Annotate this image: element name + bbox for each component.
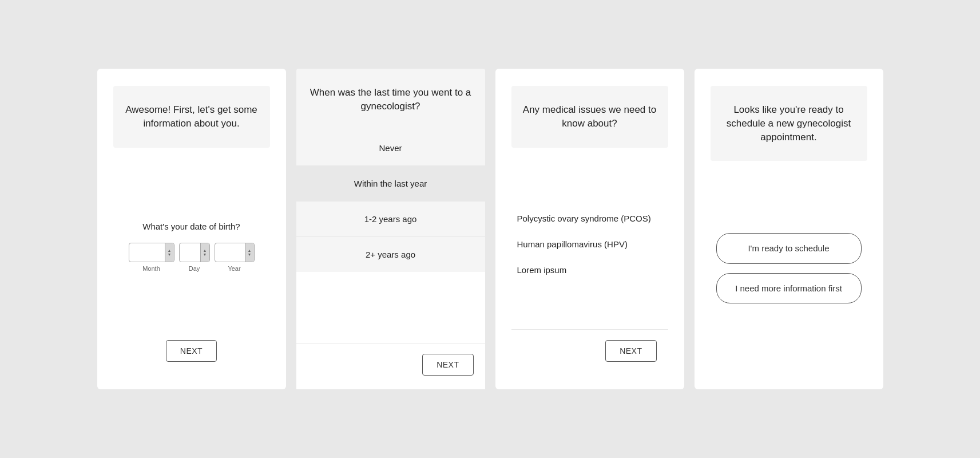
dob-section: What's your date of birth? ▲ ▼ Month bbox=[113, 159, 270, 334]
card-2-footer: NEXT bbox=[296, 343, 485, 389]
card-4-header-section: Looks like you're ready to schedule a ne… bbox=[711, 86, 867, 161]
dob-day-field: ▲ ▼ Day bbox=[179, 243, 210, 272]
card-3-next-button[interactable]: NEXT bbox=[605, 340, 656, 362]
card-1-header-section: Awesome! First, let's get some informati… bbox=[113, 86, 270, 148]
option-never[interactable]: Never bbox=[296, 131, 485, 166]
card-2-title: When was the last time you went to a gyn… bbox=[308, 86, 474, 113]
need-more-info-button[interactable]: I need more information first bbox=[716, 273, 862, 304]
card-3-footer: NEXT bbox=[511, 329, 668, 376]
dob-year-spinner[interactable]: ▲ ▼ bbox=[245, 243, 254, 262]
dob-label: What's your date of birth? bbox=[142, 222, 240, 231]
dob-day-input[interactable] bbox=[180, 244, 200, 260]
card-2-next-button[interactable]: NEXT bbox=[422, 354, 473, 376]
issue-pcos-label: Polycystic ovary syndrome (PCOS) bbox=[517, 214, 651, 223]
option-1-2-years[interactable]: 1-2 years ago bbox=[296, 202, 485, 237]
ready-to-schedule-button[interactable]: I'm ready to schedule bbox=[716, 233, 862, 264]
issues-list: Polycystic ovary syndrome (PCOS) Human p… bbox=[511, 159, 668, 329]
dob-year-field: ▲ ▼ Year bbox=[215, 243, 255, 272]
cards-container: Awesome! First, let's get some informati… bbox=[63, 46, 918, 412]
dob-year-label: Year bbox=[228, 265, 240, 272]
dob-month-input[interactable] bbox=[129, 244, 165, 260]
issue-hpv[interactable]: Human papillomavirus (HPV) bbox=[517, 239, 662, 249]
dob-year-wrap: ▲ ▼ bbox=[215, 243, 255, 262]
issue-lorem[interactable]: Lorem ipsum bbox=[517, 265, 662, 275]
option-within-last-year[interactable]: Within the last year bbox=[296, 166, 485, 202]
card-4-title: Looks like you're ready to schedule a ne… bbox=[722, 103, 856, 144]
card-gynecologist: When was the last time you went to a gyn… bbox=[296, 69, 485, 389]
card-3-title: Any medical issues we need to know about… bbox=[523, 103, 657, 131]
option-2plus-years-label: 2+ years ago bbox=[366, 250, 415, 259]
dob-month-field: ▲ ▼ Month bbox=[129, 243, 174, 272]
issue-hpv-label: Human papillomavirus (HPV) bbox=[517, 239, 628, 249]
dob-day-spinner[interactable]: ▲ ▼ bbox=[200, 243, 209, 262]
option-2plus-years[interactable]: 2+ years ago bbox=[296, 237, 485, 272]
dob-day-wrap: ▲ ▼ bbox=[179, 243, 210, 262]
option-list: Never Within the last year 1-2 years ago… bbox=[296, 131, 485, 343]
dob-inputs: ▲ ▼ Month ▲ ▼ bbox=[129, 243, 255, 272]
card-3-header-section: Any medical issues we need to know about… bbox=[511, 86, 668, 148]
card-2-header-section: When was the last time you went to a gyn… bbox=[296, 69, 485, 131]
card-medical-issues: Any medical issues we need to know about… bbox=[495, 69, 684, 389]
option-never-label: Never bbox=[379, 143, 402, 153]
dob-month-wrap: ▲ ▼ bbox=[129, 243, 174, 262]
option-1-2-years-label: 1-2 years ago bbox=[364, 214, 417, 224]
dob-month-label: Month bbox=[142, 265, 160, 272]
card-1-footer: NEXT bbox=[113, 334, 270, 376]
option-within-last-year-label: Within the last year bbox=[354, 179, 427, 188]
card-dob: Awesome! First, let's get some informati… bbox=[97, 69, 286, 389]
card-schedule: Looks like you're ready to schedule a ne… bbox=[695, 69, 883, 389]
dob-month-spinner[interactable]: ▲ ▼ bbox=[165, 243, 174, 262]
card-1-next-button[interactable]: NEXT bbox=[166, 340, 217, 362]
action-buttons: I'm ready to schedule I need more inform… bbox=[711, 161, 867, 376]
issue-lorem-label: Lorem ipsum bbox=[517, 265, 567, 275]
issue-pcos[interactable]: Polycystic ovary syndrome (PCOS) bbox=[517, 214, 662, 223]
dob-day-label: Day bbox=[189, 265, 200, 272]
dob-year-input[interactable] bbox=[215, 244, 245, 260]
card-1-title: Awesome! First, let's get some informati… bbox=[125, 103, 259, 131]
